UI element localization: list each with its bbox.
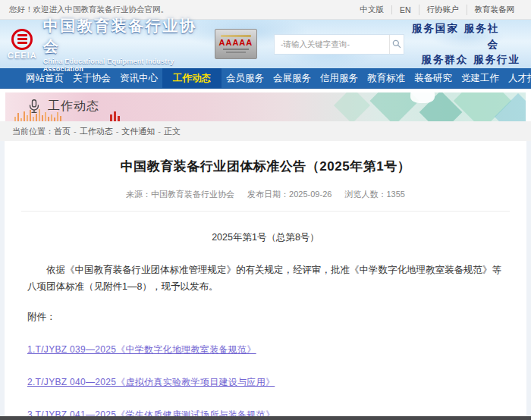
breadcrumb-work-news[interactable]: 工作动态 [80,126,113,137]
attachment-link-1[interactable]: 1.T/JYBZ 039—2025《中学数字化地理教室装备规范》 [27,344,256,355]
search-button[interactable] [389,35,404,54]
banner-equalizer-bars [14,109,61,121]
breadcrumb-file-notice[interactable]: 文件通知 [121,126,155,137]
attachments-list: 1.T/JYBZ 039—2025《中学数字化地理教室装备规范》 2.T/JYB… [27,342,504,416]
welcome-text: 您好！欢迎进入中国教育装备行业协会官网。 [9,5,168,15]
nav-item-education-standards[interactable]: 教育标准 [363,68,410,88]
org-names: 中国教育装备行业协会 China Educational Equipment I… [43,16,210,73]
views-value: 1355 [386,190,404,199]
article-divider [21,211,510,212]
banner-deco-diamond [334,92,370,121]
slogan-line-2: 服务群众 服务行业 [404,52,520,67]
org-name-en: China Educational Equipment Industry Ass… [43,58,210,73]
badge-fine-line [223,49,249,50]
banner-red-bars [110,111,120,121]
attachment-item: 2.T/JYBZ 040—2025《虚拟仿真实验教学项目建设与应用》 [27,375,504,389]
article-title: 中国教育装备行业团体标准公告（2025年第1号） [5,158,526,175]
article-content: 中国教育装备行业团体标准公告（2025年第1号） 来源：中国教育装备行业协会 发… [0,141,531,416]
site-logo[interactable]: CEEIA [8,29,37,60]
source-value: 中国教育装备行业协会 [151,190,234,199]
breadcrumb-home[interactable]: 首页 [54,126,71,137]
attachment-item: 1.T/JYBZ 039—2025《中学数字化地理教室装备规范》 [27,342,504,356]
site-header: CEEIA 中国教育装备行业协会 China Educational Equip… [0,20,531,68]
source-label: 来源： [126,190,151,199]
breadcrumb-separator: - [116,127,119,136]
ceeia-ring-icon [11,29,33,50]
breadcrumb-label: 当前位置： [12,126,54,137]
org-name-cn: 中国教育装备行业协会 [43,16,210,57]
badge-rating-text: AAAAA [219,39,253,47]
badge-fine-line-2 [226,52,246,53]
issue-number-line: 2025年第1号（总第8号） [5,231,526,244]
attachment-link-3[interactable]: 3.T/JYBZ 041—2025《学生体质健康测试场所与装备规范》 [27,409,275,416]
service-slogan: 服务国家 服务社会 服务群众 服务行业 [404,20,523,68]
attachments-label: 附件： [27,311,504,324]
equipment-site-link[interactable]: 教育装备网 [467,5,523,15]
attachment-item: 3.T/JYBZ 041—2025《学生体质健康测试场所与装备规范》 [27,407,504,416]
attachment-link-2[interactable]: 2.T/JYBZ 040—2025《虚拟仿真实验教学项目建设与应用》 [27,377,275,387]
breadcrumb-separator: - [158,127,161,136]
search-icon [391,39,402,49]
banner-wrap: 工作动态 [0,89,531,121]
nav-item-party-building[interactable]: 党建工作 [457,68,504,88]
topbar-links: 中文版 EN 行协账户 教育装备网 [352,5,522,15]
nav-item-member-services[interactable]: 会员服务 [222,68,269,88]
nav-item-exhibition-services[interactable]: 会展服务 [269,68,316,88]
section-banner: 工作动态 [5,92,526,121]
publish-date-label: 发布日期： [247,190,289,199]
article-body-paragraph: 依据《中国教育装备行业团体标准管理规定》的有关规定，经评审，批准《中学数字化地理… [27,262,504,296]
lang-chinese-link[interactable]: 中文版 [352,5,391,15]
slogan-line-1: 服务国家 服务社会 [404,20,520,52]
badge-gold-line [221,35,251,37]
article-meta: 来源：中国教育装备行业协会 发布日期：2025-09-26 浏览人数：1355 [5,189,526,200]
nav-item-credit-services[interactable]: 信用服务 [316,68,363,88]
banner-deco-cloud [410,92,435,103]
lang-english-link[interactable]: EN [391,5,419,14]
association-account-link[interactable]: 行协账户 [419,5,467,15]
footer-strip [0,416,531,420]
publish-date-value: 2025-09-26 [289,190,331,199]
breadcrumb-current: 正文 [164,126,181,137]
nav-item-recruitment[interactable]: 人才招聘 [504,68,531,88]
breadcrumb-separator: - [74,127,77,136]
aaaaa-rating-badge: AAAAA [215,29,257,59]
search-input[interactable] [275,35,389,54]
logo-acronym: CEEIA [8,51,37,60]
nav-item-equipment-research[interactable]: 装备研究 [410,68,457,88]
breadcrumb: 当前位置： 首页 - 工作动态 - 文件通知 - 正文 [0,121,531,141]
views-label: 浏览人数： [344,190,386,199]
site-search [274,34,404,55]
